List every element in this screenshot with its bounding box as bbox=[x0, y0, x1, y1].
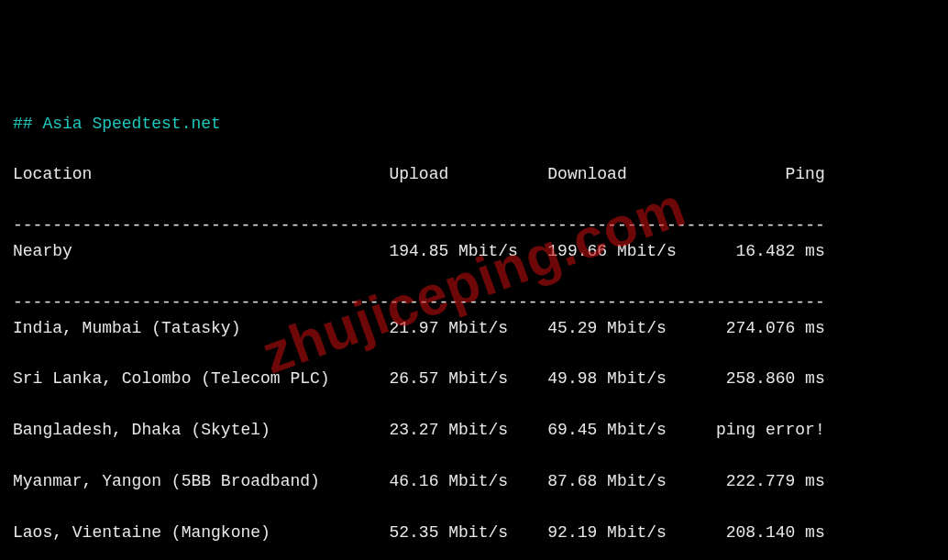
header-row: LocationUploadDownloadPing bbox=[13, 162, 935, 188]
row-ping: 222.779 ms bbox=[706, 469, 825, 495]
row-download: 49.98 Mbit/s bbox=[547, 367, 706, 392]
header-download: Download bbox=[547, 162, 706, 188]
row-ping: 258.860 ms bbox=[706, 367, 825, 392]
row-location: India, Mumbai (Tatasky) bbox=[13, 316, 389, 342]
row-download: 69.45 Mbit/s bbox=[547, 418, 706, 444]
row-location: Myanmar, Yangon (5BB Broadband) bbox=[13, 469, 389, 495]
row-ping: 208.140 ms bbox=[706, 521, 825, 546]
header-location: Location bbox=[13, 162, 389, 188]
watermark-text: zhujiceping.com bbox=[250, 164, 698, 396]
row-upload: 23.27 Mbit/s bbox=[389, 418, 547, 444]
separator-line: ----------------------------------------… bbox=[13, 216, 825, 235]
row-upload: 46.16 Mbit/s bbox=[389, 469, 547, 495]
table-row: India, Mumbai (Tatasky)21.97 Mbit/s45.29… bbox=[13, 316, 935, 342]
row-upload: 21.97 Mbit/s bbox=[389, 316, 547, 342]
table-row: Myanmar, Yangon (5BB Broadband)46.16 Mbi… bbox=[13, 469, 935, 495]
nearby-row: Nearby194.85 Mbit/s199.66 Mbit/s16.482 m… bbox=[13, 239, 935, 265]
row-ping: ping error! bbox=[706, 418, 825, 444]
row-ping: 274.076 ms bbox=[706, 316, 825, 342]
section-title: ## Asia Speedtest.net bbox=[13, 115, 221, 133]
row-download: 92.19 Mbit/s bbox=[547, 521, 706, 546]
row-download: 87.68 Mbit/s bbox=[547, 469, 706, 495]
row-upload: 52.35 Mbit/s bbox=[389, 521, 547, 546]
table-row: Bangladesh, Dhaka (Skytel)23.27 Mbit/s69… bbox=[13, 418, 935, 444]
separator-line: ----------------------------------------… bbox=[13, 293, 825, 312]
row-location: Laos, Vientaine (Mangkone) bbox=[13, 521, 389, 546]
table-row: Sri Lanka, Colombo (Telecom PLC)26.57 Mb… bbox=[13, 367, 935, 392]
nearby-download: 199.66 Mbit/s bbox=[547, 239, 706, 265]
row-download: 45.29 Mbit/s bbox=[547, 316, 706, 342]
nearby-upload: 194.85 Mbit/s bbox=[389, 239, 547, 265]
row-upload: 26.57 Mbit/s bbox=[389, 367, 547, 392]
row-location: Sri Lanka, Colombo (Telecom PLC) bbox=[13, 367, 389, 392]
nearby-location: Nearby bbox=[13, 239, 389, 265]
table-row: Laos, Vientaine (Mangkone)52.35 Mbit/s92… bbox=[13, 521, 935, 546]
row-location: Bangladesh, Dhaka (Skytel) bbox=[13, 418, 389, 444]
header-upload: Upload bbox=[389, 162, 547, 188]
nearby-ping: 16.482 ms bbox=[706, 239, 825, 265]
header-ping: Ping bbox=[706, 162, 825, 188]
